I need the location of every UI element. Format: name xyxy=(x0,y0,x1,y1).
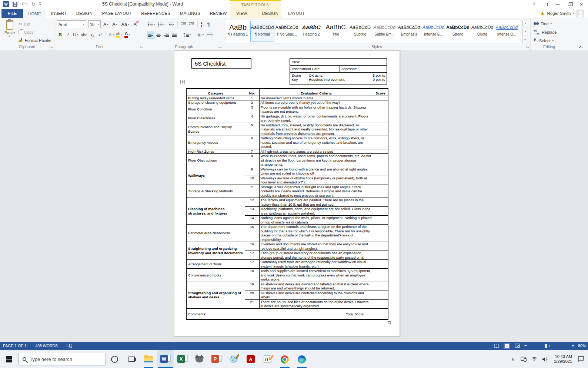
criteria-cell[interactable]: Nothing leans against the walls, pillars… xyxy=(259,216,373,225)
criteria-cell[interactable]: No garbage, dirt, oil, water, or other c… xyxy=(259,114,373,123)
category-cell[interactable]: Floor Condition xyxy=(186,105,245,114)
monitor-icon[interactable] xyxy=(519,350,528,368)
align-right-button[interactable] xyxy=(163,31,170,39)
avatar[interactable] xyxy=(577,10,584,17)
item-number-cell[interactable]: 6 xyxy=(245,136,259,149)
category-cell[interactable]: Floor Obstructions xyxy=(186,154,245,167)
score-cell[interactable] xyxy=(373,299,388,308)
taskbar-word-button[interactable]: W xyxy=(157,350,174,368)
zoom-in-button[interactable]: + xyxy=(571,344,574,348)
show-hide-paragraph-button[interactable]: ¶ xyxy=(207,20,211,28)
score-cell[interactable] xyxy=(373,291,388,299)
action-center-icon[interactable] xyxy=(577,350,585,368)
taskbar-powerpoint-button[interactable]: P xyxy=(208,350,225,368)
justify-button[interactable] xyxy=(171,31,178,39)
criteria-cell[interactable]: Storage is well organized in straight li… xyxy=(259,185,373,198)
taskbar-file-explorer-button[interactable] xyxy=(140,350,157,368)
total-score-cell[interactable] xyxy=(373,308,388,319)
score-cell[interactable] xyxy=(373,282,388,291)
score-key-values[interactable]: OK as is: 5 points Requires improvement:… xyxy=(307,73,387,84)
assessor-cell[interactable]: Assessor: xyxy=(340,66,387,72)
item-number-cell[interactable]: 19 xyxy=(245,282,259,291)
category-cell[interactable]: Arrangement of Tools xyxy=(186,260,245,269)
tab-page-layout[interactable]: PAGE LAYOUT xyxy=(97,9,136,18)
score-cell[interactable] xyxy=(373,100,388,105)
score-cell[interactable] xyxy=(373,242,388,251)
clear-formatting-button[interactable]: A xyxy=(131,20,138,28)
minimize-button[interactable] xyxy=(552,1,563,8)
close-button[interactable]: × xyxy=(576,1,587,8)
score-key-cell[interactable]: Score Key xyxy=(290,73,307,84)
style-normal[interactable]: AaBbCcDd¶ Normal xyxy=(250,21,274,42)
category-cell[interactable]: Cleaning of machines, structures, and fi… xyxy=(186,198,245,225)
criteria-cell[interactable]: Machinery, platforms, carts, and equipme… xyxy=(259,207,373,216)
tab-design[interactable]: DESIGN xyxy=(71,9,97,18)
item-number-cell[interactable]: 5 xyxy=(245,123,259,136)
criteria-cell[interactable]: Each group of stored inventory or docume… xyxy=(259,251,373,260)
score-cell[interactable] xyxy=(373,105,388,114)
ribbon-display-options-button[interactable]: ^ xyxy=(541,1,551,8)
style-title[interactable]: AaBbCTitle xyxy=(324,21,348,42)
category-cell[interactable]: Straightening and organizing of shelves … xyxy=(186,282,245,308)
style-intense-q[interactable]: AaBbCcDdIntense Q... xyxy=(495,21,519,42)
taskbar-excel-button[interactable]: X xyxy=(174,350,191,368)
account-area[interactable]: Roger Smith ▾ xyxy=(540,10,584,17)
tab-insert[interactable]: INSERT xyxy=(46,9,71,18)
criteria-cell[interactable]: Inventory and documents are stored so th… xyxy=(259,242,373,251)
align-left-button[interactable] xyxy=(147,31,154,39)
word-count[interactable]: 498 WORDS xyxy=(35,344,58,348)
zoom-level[interactable]: 80% xyxy=(578,344,586,348)
sort-button[interactable]: AZ ↓ xyxy=(200,20,206,28)
superscript-button[interactable]: x² xyxy=(97,31,104,39)
item-number-cell[interactable]: 12 xyxy=(245,198,259,207)
table-move-handle[interactable]: + xyxy=(180,80,185,84)
score-cell[interactable] xyxy=(373,136,388,149)
find-button[interactable]: Find ▾ xyxy=(534,20,557,27)
item-number-cell[interactable]: 3 xyxy=(245,105,259,114)
change-case-button[interactable]: Aa▾ xyxy=(121,20,130,28)
document-title-box[interactable]: 5S Checklist xyxy=(191,58,251,69)
style-quote[interactable]: AaBbCcDdQuote xyxy=(470,21,494,42)
dialog-launcher-icon[interactable] xyxy=(218,45,222,49)
score-cell[interactable] xyxy=(373,216,388,225)
style-emphasis[interactable]: AaBbCcDdEmphasis xyxy=(397,21,421,42)
font-size-combo[interactable]: 10 ▾ xyxy=(88,20,101,28)
taskbar-edge-button[interactable] xyxy=(293,350,310,368)
bullets-button[interactable]: ▾ xyxy=(147,20,156,28)
wifi-icon[interactable] xyxy=(530,350,538,368)
tab-review[interactable]: REVIEW xyxy=(205,9,231,18)
category-cell[interactable]: Storage of cleaning equipment xyxy=(186,100,245,105)
replace-button[interactable]: ab→ac Replace xyxy=(534,29,557,36)
criteria-cell[interactable]: Tools and supplies are located convenien… xyxy=(259,269,373,282)
style-intense-e[interactable]: AaBbCcDdIntense E... xyxy=(421,21,445,42)
item-number-cell[interactable]: 14 xyxy=(245,216,259,225)
style-heading-2[interactable]: AaBbCHeading 2 xyxy=(299,21,323,42)
collapse-ribbon-icon[interactable] xyxy=(579,46,583,48)
item-number-cell[interactable]: 15 xyxy=(245,225,259,242)
category-cell[interactable]: Storage & Stacking Methods xyxy=(186,185,245,198)
item-number-cell[interactable]: 17 xyxy=(245,251,259,260)
score-cell[interactable] xyxy=(373,260,388,269)
criteria-cell[interactable]: All items stored properly (handy yet out… xyxy=(259,100,373,105)
criteria-cell[interactable]: There are no unused files or documents o… xyxy=(259,299,373,308)
category-cell[interactable]: High-Risk Zones xyxy=(186,149,245,154)
criteria-cell[interactable]: The department controls and cleans a reg… xyxy=(259,225,373,242)
styles-scroll-down-icon[interactable]: ▼ xyxy=(522,28,528,36)
print-layout-icon[interactable] xyxy=(504,343,510,349)
dialog-launcher-icon[interactable] xyxy=(526,45,529,49)
taskbar-acrobat-button[interactable]: A xyxy=(242,350,259,368)
category-cell[interactable]: Perimeter area cleanliness xyxy=(186,225,245,242)
context-tab-layout[interactable]: LAYOUT xyxy=(283,9,310,18)
criteria-cell[interactable]: No outdated, torn, stained, or dirty doc… xyxy=(259,123,373,136)
zoom-slider[interactable] xyxy=(531,346,568,346)
criteria-cell[interactable]: All high-risk areas and zones are zebra-… xyxy=(259,149,373,154)
dialog-launcher-icon[interactable] xyxy=(140,45,144,49)
criteria-cell[interactable]: Commonly used tools are arranged rationa… xyxy=(259,260,373,269)
align-center-button[interactable] xyxy=(156,31,162,39)
subscript-button[interactable]: x₂ xyxy=(89,31,96,39)
taskbar-chrome-button[interactable] xyxy=(276,350,293,368)
item-number-cell[interactable]: 20 xyxy=(245,291,259,299)
line-spacing-button[interactable]: ▾ xyxy=(183,31,191,39)
text-effects-button[interactable]: A▾ xyxy=(108,31,115,39)
item-number-cell[interactable]: 1 xyxy=(245,96,259,100)
